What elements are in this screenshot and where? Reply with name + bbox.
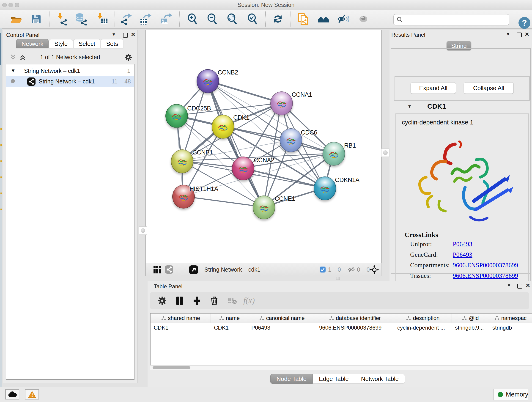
section-caret-icon[interactable]: ▾ [408, 103, 411, 109]
table-cell[interactable]: 9606.ENSP00000378699 [316, 323, 394, 332]
column-type-icon [494, 316, 500, 321]
apply-layout-icon[interactable] [272, 13, 284, 26]
tree-expand-caret-icon[interactable]: ▾ [12, 67, 15, 74]
crosslink-value[interactable]: P06493 [453, 251, 472, 258]
network-node-CDC25B[interactable] [165, 104, 188, 128]
network-node-CDK1[interactable] [212, 115, 234, 139]
expand-all-button[interactable]: Expand All [411, 82, 456, 94]
table-cell[interactable]: CDK1 [151, 323, 211, 332]
column-header[interactable]: name [211, 313, 248, 323]
crosslink-row: Uniprot:P06493 [396, 240, 524, 251]
help-icon[interactable]: ? [519, 17, 530, 29]
import-network-file-icon[interactable] [56, 13, 68, 26]
network-view-icon[interactable] [165, 265, 173, 274]
network-node-label: CDK1 [233, 114, 249, 121]
column-header[interactable]: @id [452, 313, 489, 323]
memory-button[interactable]: Memory [493, 389, 528, 400]
tab-network[interactable]: Network [16, 39, 49, 48]
gear-icon[interactable] [124, 53, 133, 62]
panel-menu-caret-icon[interactable]: ▾ [507, 31, 509, 37]
network-node-CCNE1[interactable] [253, 196, 275, 219]
network-node-RB1[interactable] [323, 142, 345, 166]
duplicate-network-icon[interactable] [297, 13, 309, 26]
warnings-button[interactable] [25, 389, 39, 400]
column-header[interactable]: namespac [489, 313, 532, 323]
add-column-icon[interactable] [192, 296, 202, 306]
export-table-icon[interactable] [139, 13, 152, 26]
show-columns-icon[interactable] [175, 296, 185, 306]
export-network-icon[interactable] [120, 13, 133, 26]
table-gear-icon[interactable] [157, 296, 167, 306]
table-cell[interactable]: CDK1 [211, 323, 248, 332]
crosslink-value[interactable]: 9606.ENSP00000378699 [453, 272, 518, 279]
bottom-splitter-handle[interactable] [336, 277, 340, 280]
hidden-eye-icon [348, 267, 355, 273]
birds-eye-toggle-icon[interactable] [370, 265, 379, 274]
save-session-button[interactable] [30, 13, 43, 26]
network-row[interactable]: String Network – cdk1 11 48 [6, 76, 134, 87]
panel-float-icon[interactable] [517, 32, 522, 37]
panel-close-icon[interactable]: ✕ [131, 32, 135, 38]
network-node-CCNA2[interactable] [232, 157, 254, 180]
network-node-CCNB1[interactable] [171, 149, 193, 173]
zoom-selected-icon[interactable] [246, 13, 259, 26]
fit-content-icon[interactable] [226, 13, 239, 26]
gene-section-header[interactable]: ▾ CDK1 [394, 101, 530, 113]
control-panel-tabbar: NetworkStyleSelectSets [16, 39, 124, 48]
crosslink-label: GeneCard: [410, 251, 438, 258]
gene-section: ▾ CDK1 cyclin-dependent kinase 1 [394, 100, 531, 284]
column-header[interactable]: description [394, 313, 452, 323]
delete-column-icon[interactable] [209, 296, 219, 306]
show-all-eye-icon[interactable] [357, 13, 370, 26]
tab-style[interactable]: Style [49, 39, 73, 48]
crosslink-value[interactable]: P06493 [453, 240, 472, 248]
table-row[interactable]: CDK1CDK1P064939606.ENSP00000378699cyclin… [151, 323, 532, 332]
network-node-CCNA1[interactable] [270, 91, 293, 115]
tab-sets[interactable]: Sets [101, 39, 123, 48]
panel-close-icon[interactable]: ✕ [526, 282, 530, 289]
column-header[interactable]: database identifier [316, 313, 394, 323]
delete-table-icon-disabled [227, 296, 237, 306]
network-node-CCNB2[interactable] [196, 69, 219, 93]
collapse-all-button[interactable]: Collapse All [464, 82, 514, 94]
crosslink-value[interactable]: 9606.ENSP00000378699 [453, 262, 518, 269]
table-cell[interactable]: stringdb:9... [452, 323, 489, 332]
zoom-out-icon[interactable] [206, 13, 219, 26]
panel-float-icon[interactable] [517, 284, 522, 288]
network-node-CDC6[interactable] [280, 128, 302, 152]
panel-float-icon[interactable] [123, 33, 128, 38]
tab-network-table[interactable]: Network Table [355, 374, 405, 384]
search-input[interactable] [393, 14, 509, 26]
network-node-CDKN1A[interactable] [314, 177, 336, 200]
show-home-icon[interactable] [317, 13, 330, 26]
horizontal-scrollbar[interactable] [150, 365, 532, 370]
hide-selected-eye-icon[interactable] [337, 13, 350, 26]
panel-menu-caret-icon[interactable]: ▾ [113, 32, 115, 37]
column-header[interactable]: shared name [151, 313, 211, 323]
open-in-new-window-icon[interactable] [189, 265, 198, 274]
function-builder-icon-disabled: f(x) [243, 296, 262, 306]
network-canvas[interactable]: CCNB2CCNA1CDC25BCDK1CDC6RB1CCNB1CCNA2CDK… [145, 30, 382, 263]
grid-view-icon[interactable] [153, 265, 161, 274]
export-image-icon[interactable] [159, 13, 172, 26]
column-header[interactable]: canonical name [248, 313, 316, 323]
protein-thumbnail-icon [176, 155, 188, 168]
tab-select[interactable]: Select [73, 39, 100, 48]
network-collection-row[interactable]: ▾ String Network – cdk1 1 [6, 66, 134, 76]
right-splitter-handle[interactable] [381, 148, 389, 157]
cloud-button[interactable] [5, 389, 19, 400]
zoom-in-icon[interactable] [186, 13, 199, 26]
panel-menu-caret-icon[interactable]: ▾ [508, 282, 510, 288]
scrollbar-thumb[interactable] [152, 366, 190, 369]
tab-edge-table[interactable]: Edge Table [313, 374, 355, 384]
import-table-file-icon[interactable] [95, 13, 108, 26]
table-cell[interactable]: stringdb [489, 323, 532, 332]
table-cell[interactable]: P06493 [248, 323, 316, 332]
import-network-database-icon[interactable] [75, 13, 88, 26]
selected-checkbox-icon[interactable] [319, 266, 326, 273]
panel-close-icon[interactable]: ✕ [525, 31, 529, 38]
tab-node-table[interactable]: Node Table [270, 374, 313, 384]
open-session-button[interactable] [10, 13, 22, 26]
left-splitter-handle[interactable] [139, 226, 147, 235]
table-cell[interactable]: cyclin-dependent ... [394, 323, 452, 332]
